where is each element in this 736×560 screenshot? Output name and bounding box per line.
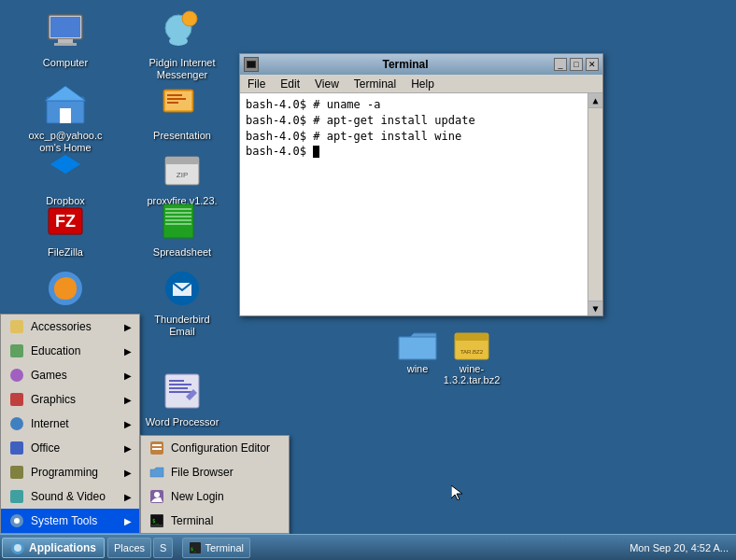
spreadsheet-icon (160, 199, 205, 244)
svg-rect-26 (165, 219, 191, 221)
terminal-window-controls: _ □ ✕ (552, 58, 599, 71)
filezilla-label: FileZilla (48, 246, 83, 259)
svg-rect-27 (165, 223, 191, 225)
menu-item-internet[interactable]: Internet ▶ (1, 412, 139, 436)
icon-computer[interactable]: Computer (28, 9, 103, 69)
education-icon (8, 343, 25, 359)
svg-rect-37 (169, 387, 188, 389)
taskbar-clock: Mon Sep 20, 4:52 A... (622, 542, 736, 553)
svg-rect-47 (248, 62, 255, 67)
minimize-button[interactable]: _ (554, 58, 567, 71)
icon-spreadsheet[interactable]: Spreadsheet (145, 199, 219, 259)
terminal-scrollbar[interactable]: ▲ ▼ (587, 93, 602, 315)
svg-rect-59 (152, 444, 162, 446)
svg-rect-44 (455, 333, 488, 341)
icon-wine-tar[interactable]: TAR.BZ2 wine-1.3.2.tar.bz2 (439, 328, 504, 385)
menu-item-sound-video[interactable]: Sound & Video ▶ (1, 484, 139, 509)
terminal-menu-view[interactable]: View (311, 77, 343, 91)
terminal-menu-edit[interactable]: Edit (276, 77, 304, 91)
icon-filezilla[interactable]: FZ FileZilla (28, 199, 103, 259)
menu-item-graphics[interactable]: Graphics ▶ (1, 387, 139, 412)
presentation-label: Presentation (153, 130, 211, 142)
games-icon (8, 367, 25, 384)
wine-folder-icon (397, 328, 438, 363)
terminal-line-4: bash-4.0$ (246, 144, 597, 160)
svg-rect-23 (165, 208, 191, 210)
spreadsheet-label: Spreadsheet (153, 246, 211, 259)
presentation-icon (160, 82, 205, 127)
svg-point-5 (182, 11, 197, 26)
svg-rect-49 (10, 344, 23, 357)
terminal-window-icon (244, 57, 259, 72)
svg-rect-24 (165, 212, 191, 214)
icon-pidgin[interactable]: Pidgin Internet Messenger (145, 9, 219, 81)
pidgin-icon (160, 9, 205, 54)
terminal-title: Terminal (259, 58, 552, 71)
terminal-menu-file[interactable]: File (244, 77, 269, 91)
office-icon (8, 440, 25, 456)
thunderbird-label: Thunderbird Email (145, 314, 219, 338)
maximize-button[interactable]: □ (570, 58, 583, 71)
submenu-item-config-editor[interactable]: Configuration Editor (141, 436, 289, 460)
svg-text:FZ: FZ (55, 212, 76, 231)
terminal-content[interactable]: bash-4.0$ # uname -a bash-4.0$ # apt-get… (240, 93, 602, 315)
svg-point-68 (14, 544, 21, 552)
terminal-titlebar: Terminal _ □ ✕ (240, 54, 602, 75)
svg-point-62 (154, 492, 160, 497)
computer-icon (43, 9, 88, 54)
taskbar-terminal-button[interactable]: $_ Terminal (182, 538, 250, 558)
svg-text:TAR.BZ2: TAR.BZ2 (460, 349, 484, 355)
computer-label: Computer (43, 57, 88, 69)
thunderbird-icon (160, 266, 205, 311)
svg-point-6 (169, 36, 188, 46)
word-processor-icon (160, 369, 205, 413)
svg-rect-3 (54, 43, 77, 46)
terminal-line-3: bash-4.0$ # apt-get install wine (246, 129, 597, 145)
svg-rect-9 (60, 108, 71, 123)
svg-rect-38 (169, 391, 191, 393)
taskbar-s-button[interactable]: S (153, 538, 173, 558)
icon-word-processor[interactable]: Word Processor (145, 369, 219, 428)
icon-presentation[interactable]: Presentation (145, 82, 219, 142)
svg-rect-2 (58, 39, 73, 43)
terminal-sub-icon: $_ (149, 512, 165, 529)
icon-thunderbird[interactable]: Thunderbird Email (145, 266, 219, 338)
submenu-item-file-browser[interactable]: File Browser (141, 460, 289, 484)
svg-rect-18 (165, 157, 199, 164)
menu-item-office[interactable]: Office ▶ (1, 436, 139, 460)
menu-item-accessories[interactable]: Accessories ▶ (1, 315, 139, 339)
wine-folder-label: wine (407, 363, 429, 374)
programming-icon (8, 464, 25, 481)
icon-home[interactable]: oxc_p@yahoo.com's Home (28, 82, 103, 154)
svg-rect-55 (10, 490, 23, 503)
menu-item-system-tools[interactable]: System Tools ▶ (1, 509, 139, 533)
submenu-item-terminal[interactable]: $_ Terminal (141, 509, 289, 533)
menu-item-education[interactable]: Education ▶ (1, 339, 139, 363)
terminal-menu-terminal[interactable]: Terminal (350, 77, 400, 91)
terminal-line-2: bash-4.0$ # apt-get install update (246, 113, 597, 129)
svg-marker-16 (50, 155, 80, 174)
svg-rect-51 (10, 393, 23, 406)
firefox-icon (43, 266, 88, 311)
svg-rect-36 (169, 384, 191, 385)
svg-rect-12 (167, 94, 182, 96)
accessories-icon (8, 318, 25, 335)
svg-rect-25 (165, 216, 191, 217)
system-tools-icon (8, 512, 25, 529)
menu-item-games[interactable]: Games ▶ (1, 363, 139, 387)
svg-rect-13 (167, 98, 186, 100)
svg-rect-54 (10, 466, 23, 479)
svg-text:$_: $_ (152, 517, 160, 525)
svg-rect-35 (169, 380, 184, 382)
close-button[interactable]: ✕ (586, 58, 599, 71)
terminal-window[interactable]: Terminal _ □ ✕ File Edit View Terminal H… (239, 53, 603, 316)
terminal-menu-help[interactable]: Help (407, 77, 438, 91)
filezilla-icon: FZ (43, 199, 88, 244)
svg-marker-8 (45, 86, 86, 101)
svg-rect-48 (10, 320, 23, 333)
submenu-item-new-login[interactable]: New Login (141, 484, 289, 509)
taskbar-places-button[interactable]: Places (107, 538, 151, 558)
config-editor-icon (149, 440, 165, 456)
taskbar-applications-button[interactable]: Applications (2, 538, 105, 558)
menu-item-programming[interactable]: Programming ▶ (1, 460, 139, 484)
